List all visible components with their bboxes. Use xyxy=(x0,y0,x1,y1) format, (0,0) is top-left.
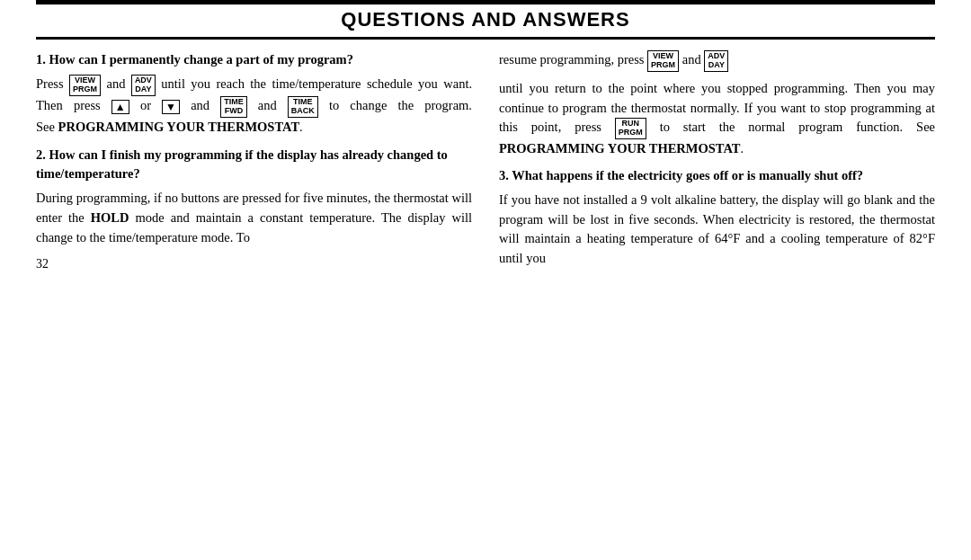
question-2-heading: 2. How can I finish my programming if th… xyxy=(36,146,472,183)
adv-day-button-1: ADVDAY xyxy=(131,75,156,96)
programming-ref-bold-2: PROGRAMMING YOUR THERMOSTAT xyxy=(499,141,741,156)
question-1-heading: 1. How can I permanently change a part o… xyxy=(36,50,472,69)
page: QUESTIONS AND ANSWERS 1. How can I perma… xyxy=(0,0,971,560)
adv-day-button-2: ADVDAY xyxy=(704,50,728,72)
right-col-q2-cont: resume programming, press VIEWPRGM and A… xyxy=(499,50,935,72)
question-3-heading: 3. What happens if the electricity goes … xyxy=(499,166,935,185)
program-ref-bold-1: PROGRAM­MING YOUR THERMOSTAT xyxy=(58,120,300,134)
question-2-answer-para: During programming, if no buttons are pr… xyxy=(36,189,472,247)
top-border xyxy=(36,0,935,4)
time-fwd-button: TIMEFWD xyxy=(220,96,247,118)
run-prgm-button: RUNPRGM xyxy=(615,118,646,139)
page-title: QUESTIONS AND ANSWERS xyxy=(341,8,629,31)
hold-bold: HOLD xyxy=(91,210,129,225)
left-column: 1. How can I permanently change a part o… xyxy=(36,50,472,542)
title-section: QUESTIONS AND ANSWERS xyxy=(36,8,935,40)
up-arrow-button: ▲ xyxy=(111,100,129,114)
right-col-q2-cont2: until you return to the point where you … xyxy=(499,79,935,159)
down-arrow-button: ▼ xyxy=(162,100,180,114)
time-back-button: TIMEBACK xyxy=(288,96,318,118)
question-1-block: 1. How can I permanently change a part o… xyxy=(36,50,472,137)
view-prgm-button-2: VIEWPRGM xyxy=(647,50,679,72)
question-3-answer-para: If you have not installed a 9 volt alkal… xyxy=(499,191,935,269)
page-number: 32 xyxy=(36,255,472,273)
question-3-block: 3. What happens if the electricity goes … xyxy=(499,166,935,269)
right-column: resume programming, press VIEWPRGM and A… xyxy=(499,50,935,542)
view-prgm-button-1: VIEWPRGM xyxy=(69,75,101,96)
question-2-block: 2. How can I finish my programming if th… xyxy=(36,146,472,247)
content-area: 1. How can I permanently change a part o… xyxy=(36,50,935,542)
question-1-answer-para1: Press VIEWPRGM and ADVDAY until you reac… xyxy=(36,75,472,137)
